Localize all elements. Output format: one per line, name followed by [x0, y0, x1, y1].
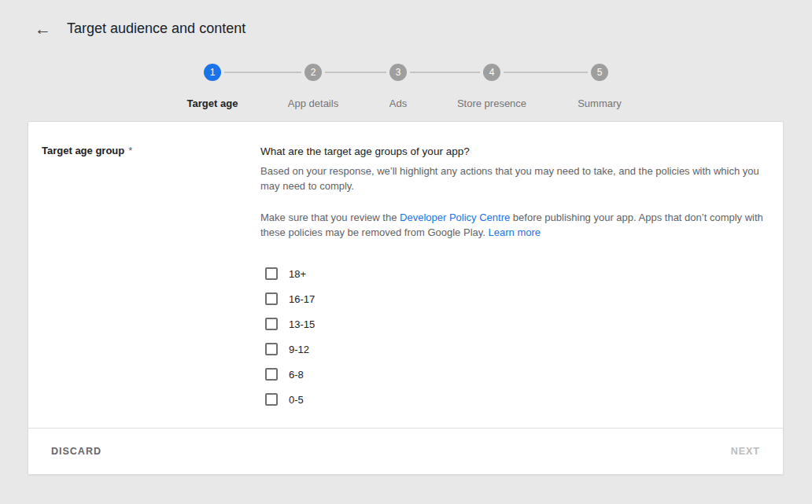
checkbox-label: 9-12	[289, 344, 309, 355]
stepper-step-summary[interactable]: 5 Summary	[544, 64, 655, 109]
checkbox-16-17[interactable]	[265, 292, 278, 305]
checkbox-row-6-8[interactable]: 6-8	[260, 362, 772, 387]
stepper-step-store-presence[interactable]: 4 Store presence	[437, 64, 547, 109]
checkbox-6-8[interactable]	[265, 368, 278, 381]
checkbox-label: 16-17	[289, 293, 315, 305]
learn-more-link[interactable]: Learn more	[489, 226, 541, 238]
step-number-badge: 5	[591, 64, 608, 81]
step-label: Target age	[187, 97, 238, 109]
checkbox-row-0-5[interactable]: 0-5	[260, 387, 772, 412]
checkbox-13-15[interactable]	[265, 318, 278, 330]
page: ← Target audience and content 1 Target a…	[0, 0, 812, 504]
step-label: Store presence	[457, 97, 526, 109]
required-asterisk: *	[128, 145, 132, 156]
checkbox-label: 6-8	[289, 369, 304, 381]
step-number-badge: 1	[204, 64, 221, 81]
stepper-step-target-age[interactable]: 1 Target age	[157, 64, 268, 109]
checkbox-row-13-15[interactable]: 13-15	[260, 311, 772, 337]
content-card: Target age group* What are the target ag…	[28, 121, 784, 475]
step-label: Ads	[389, 97, 407, 109]
description-text: Based on your response, we’ll highlight …	[260, 164, 772, 193]
card-body: Target age group* What are the target ag…	[28, 122, 783, 428]
checkbox-row-9-12[interactable]: 9-12	[260, 337, 772, 362]
checkbox-row-16-17[interactable]: 16-17	[260, 286, 772, 311]
developer-policy-centre-link[interactable]: Developer Policy Centre	[400, 212, 510, 223]
step-label: Summary	[578, 97, 622, 109]
policy-text-before: Make sure that you review the	[260, 212, 400, 223]
checkbox-label: 0-5	[289, 394, 304, 406]
policy-text: Make sure that you review the Developer …	[260, 210, 772, 240]
back-arrow-icon[interactable]: ←	[35, 20, 51, 37]
field-label: Target age group	[42, 145, 124, 156]
question-text: What are the target age groups of your a…	[260, 145, 772, 158]
card-footer: DISCARD NEXT	[28, 428, 783, 474]
checkbox-0-5[interactable]	[265, 393, 278, 406]
page-header: ← Target audience and content	[35, 20, 245, 37]
checkbox-row-18-plus[interactable]: 18+	[260, 261, 772, 286]
form-content: What are the target age groups of your a…	[260, 145, 772, 412]
step-number-badge: 3	[389, 64, 407, 81]
checkbox-9-12[interactable]	[265, 343, 278, 355]
field-label-group: Target age group*	[42, 145, 132, 156]
checkbox-label: 13-15	[289, 318, 315, 330]
discard-button[interactable]: DISCARD	[51, 446, 102, 457]
step-label: App details	[288, 97, 338, 109]
page-title: Target audience and content	[67, 20, 245, 37]
checkbox-18-plus[interactable]	[265, 267, 278, 280]
stepper: 1 Target age 2 App details 3 Ads 4 Store…	[0, 64, 812, 119]
step-number-badge: 2	[304, 64, 322, 81]
next-button[interactable]: NEXT	[731, 446, 760, 457]
checkbox-label: 18+	[289, 268, 306, 280]
age-group-list: 18+ 16-17 13-15 9-12	[260, 261, 772, 412]
step-number-badge: 4	[483, 64, 500, 81]
